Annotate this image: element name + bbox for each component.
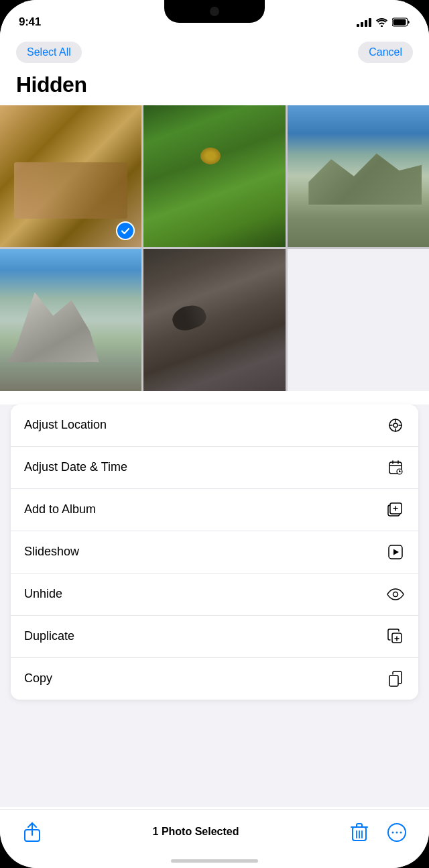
status-icons <box>357 17 410 27</box>
share-button[interactable] <box>19 819 46 846</box>
copy-icon <box>386 669 405 688</box>
photo-grid <box>0 105 429 391</box>
eye-icon <box>386 585 405 604</box>
duplicate-icon <box>386 627 405 646</box>
menu-item-unhide[interactable]: Unhide <box>11 574 418 616</box>
select-all-button[interactable]: Select All <box>16 42 82 63</box>
menu-item-copy[interactable]: Copy <box>11 658 418 700</box>
svg-point-34 <box>391 832 393 834</box>
photo-cell-empty <box>288 249 429 390</box>
add-album-icon <box>386 500 405 519</box>
menu-item-adjust-location[interactable]: Adjust Location <box>11 404 418 447</box>
action-menu: Adjust Location Adjust Date & Time <box>11 404 418 700</box>
unhide-label: Unhide <box>24 587 62 601</box>
camera-dot <box>210 7 219 16</box>
photo-cell-1[interactable] <box>0 105 141 247</box>
page-title: Hidden <box>16 72 413 97</box>
svg-point-22 <box>393 592 398 596</box>
slideshow-label: Slideshow <box>24 545 79 559</box>
menu-item-slideshow[interactable]: Slideshow <box>11 531 418 574</box>
page-title-container: Hidden <box>0 70 429 105</box>
content-area: Adjust Location Adjust Date & Time <box>0 404 429 807</box>
play-icon <box>386 543 405 561</box>
cancel-button[interactable]: Cancel <box>358 42 413 63</box>
svg-rect-1 <box>393 19 406 25</box>
menu-item-adjust-date-time[interactable]: Adjust Date & Time <box>11 447 418 489</box>
battery-icon <box>392 17 410 27</box>
svg-point-35 <box>395 832 397 834</box>
svg-marker-21 <box>393 549 399 555</box>
menu-item-add-to-album[interactable]: Add to Album <box>11 489 418 531</box>
copy-label: Copy <box>24 671 52 686</box>
more-button[interactable] <box>383 819 410 846</box>
notch <box>164 0 265 23</box>
menu-item-duplicate[interactable]: Duplicate <box>11 616 418 658</box>
wifi-icon <box>376 18 387 27</box>
nav-bar: Select All Cancel <box>0 36 429 70</box>
svg-rect-26 <box>389 675 398 686</box>
svg-point-15 <box>399 471 400 472</box>
selection-badge-1 <box>116 221 135 240</box>
photo-cell-4[interactable] <box>0 249 141 390</box>
location-icon <box>386 416 405 435</box>
photo-cell-5[interactable] <box>143 249 285 390</box>
status-time: 9:41 <box>19 15 41 29</box>
delete-button[interactable] <box>346 819 373 846</box>
svg-point-3 <box>393 423 397 427</box>
svg-point-36 <box>400 832 402 834</box>
duplicate-label: Duplicate <box>24 629 74 643</box>
adjust-location-label: Adjust Location <box>24 418 107 432</box>
calendar-icon <box>386 458 405 477</box>
selected-count-text: 1 Photo Selected <box>153 819 239 838</box>
phone-frame: 9:41 Select All Cancel <box>0 0 429 868</box>
photo-cell-3[interactable] <box>288 105 429 247</box>
photo-cell-2[interactable] <box>143 105 285 247</box>
home-indicator <box>171 859 258 863</box>
adjust-date-time-label: Adjust Date & Time <box>24 460 127 474</box>
add-to-album-label: Add to Album <box>24 502 96 517</box>
signal-icon <box>357 17 371 27</box>
